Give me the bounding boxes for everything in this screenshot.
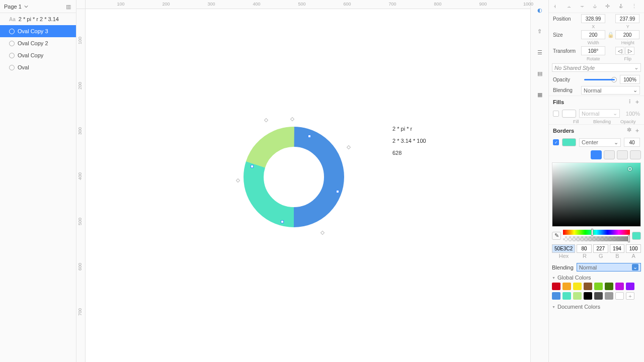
radial-gradient-tab[interactable]: [617, 150, 628, 159]
position-label: Position: [553, 16, 579, 22]
layer-item[interactable]: Oval Copy 2: [0, 37, 76, 49]
r-input[interactable]: [577, 244, 592, 253]
color-swatch[interactable]: [562, 292, 571, 300]
donut-shape[interactable]: [237, 121, 350, 233]
borders-settings-icon[interactable]: ✲: [627, 127, 631, 134]
color-swatch[interactable]: [594, 283, 603, 290]
layer-item[interactable]: Aa2 * pi * r 2 * 3.14: [0, 13, 76, 25]
a-input[interactable]: [626, 244, 641, 253]
color-swatch[interactable]: [573, 292, 582, 300]
appearance-tab-icon[interactable]: ◐: [535, 5, 545, 15]
layer-name: 2 * pi * r 2 * 3.14: [19, 16, 59, 22]
color-swatch[interactable]: [584, 292, 592, 300]
alignment-row: ⫞ ⫠ ⫟ ⫝ ✛ ⫝̸ ⋮: [549, 0, 644, 13]
oval-layer-icon: [9, 65, 15, 70]
border-thickness-input[interactable]: [624, 138, 640, 147]
ruler-vertical: 100200300400500600700: [76, 9, 86, 362]
color-swatch[interactable]: [552, 292, 560, 300]
export-tab-icon[interactable]: ⇧: [535, 26, 545, 36]
align-center-h-icon[interactable]: ⫠: [567, 3, 575, 10]
page-selector[interactable]: Page 1 ▥: [0, 0, 76, 13]
layer-name: Oval Copy 2: [18, 40, 48, 46]
size-label: Size: [553, 32, 579, 38]
blending-label: Blending: [553, 87, 579, 93]
layout-tab-icon[interactable]: ▤: [535, 68, 545, 78]
distribute-icon[interactable]: ⋮: [631, 3, 639, 10]
linear-gradient-tab[interactable]: [604, 150, 615, 159]
saturation-value-field[interactable]: [552, 162, 641, 227]
fills-settings-icon[interactable]: ⫶: [628, 98, 631, 106]
current-color-preview: [632, 232, 641, 240]
color-swatch[interactable]: [562, 283, 571, 290]
color-swatch[interactable]: [615, 292, 624, 300]
add-fill-icon[interactable]: ＋: [634, 98, 640, 106]
shared-style-select[interactable]: No Shared Style⌄: [552, 63, 641, 72]
flip-horizontal-icon[interactable]: ◁: [615, 47, 624, 55]
canvas-text[interactable]: 2 * pi * r 2 * 3.14 * 100 628: [392, 123, 426, 159]
opacity-input[interactable]: [620, 75, 640, 84]
align-top-icon[interactable]: ⫝: [592, 3, 600, 10]
border-position-select[interactable]: Center⌄: [579, 138, 621, 147]
layers-toggle-icon[interactable]: ▥: [66, 4, 72, 10]
canvas-area[interactable]: 1002003004005006007008009001000 10020030…: [76, 0, 530, 362]
oval-layer-icon: [9, 41, 15, 46]
color-swatch[interactable]: [605, 292, 613, 300]
fill-blending-select[interactable]: Normal⌄: [579, 109, 620, 118]
inspector: ⫞ ⫠ ⫟ ⫝ ✛ ⫝̸ ⋮ Position XY Size 🔒 WidthH…: [548, 0, 644, 362]
color-swatch[interactable]: [573, 283, 582, 290]
document-colors-header[interactable]: Document Colors: [552, 304, 641, 310]
fills-header: Fills: [553, 99, 564, 105]
color-swatch[interactable]: [626, 283, 634, 290]
flip-vertical-icon[interactable]: ▷: [625, 47, 634, 55]
layers-panel: Page 1 ▥ Aa2 * pi * r 2 * 3.14Oval Copy …: [0, 0, 76, 362]
add-swatch-icon[interactable]: +: [626, 292, 634, 300]
transform-label: Transform: [553, 48, 579, 54]
eyedropper-icon[interactable]: ✎: [552, 232, 561, 240]
layer-name: Oval Copy: [18, 52, 43, 58]
position-y-input[interactable]: [615, 14, 639, 23]
hex-input[interactable]: [552, 244, 575, 253]
align-tab-icon[interactable]: ☰: [535, 47, 545, 57]
layer-item[interactable]: Oval: [0, 61, 76, 73]
text-layer-icon: Aa: [9, 17, 16, 22]
color-swatch[interactable]: [594, 292, 603, 300]
align-bottom-icon[interactable]: ⫝̸: [618, 3, 626, 10]
solid-fill-tab[interactable]: [591, 150, 602, 159]
height-input[interactable]: [615, 30, 639, 39]
rotate-input[interactable]: [581, 46, 605, 55]
picker-blending-select[interactable]: Normal⌄: [577, 263, 641, 272]
borders-header: Borders: [553, 128, 574, 134]
lock-aspect-icon[interactable]: 🔒: [607, 32, 613, 38]
g-input[interactable]: [593, 244, 608, 253]
align-right-icon[interactable]: ⫟: [580, 3, 588, 10]
color-swatch[interactable]: [615, 283, 624, 290]
opacity-slider[interactable]: [584, 79, 615, 80]
blending-select[interactable]: Normal⌄: [581, 86, 640, 95]
color-swatch[interactable]: [584, 283, 592, 290]
pattern-fill-tab[interactable]: [630, 150, 641, 159]
color-swatch[interactable]: [605, 283, 613, 290]
layer-item[interactable]: Oval Copy 3: [0, 25, 76, 37]
align-left-icon[interactable]: ⫞: [553, 3, 561, 10]
layer-name: Oval Copy 3: [18, 28, 48, 34]
b-input[interactable]: [610, 244, 625, 253]
add-border-icon[interactable]: ＋: [634, 127, 640, 134]
global-colors-header[interactable]: Global Colors: [552, 275, 641, 281]
fill-enable-checkbox[interactable]: [553, 111, 559, 117]
ruler-horizontal: 1002003004005006007008009001000: [86, 0, 530, 9]
opacity-label: Opacity: [553, 77, 579, 82]
color-swatch[interactable]: [552, 283, 560, 290]
global-color-swatches: +: [552, 283, 641, 300]
fill-color-swatch[interactable]: [562, 110, 576, 118]
color-picker: ✎ Hex RGBA Blending Normal⌄: [549, 148, 644, 314]
oval-layer-icon: [9, 53, 15, 58]
alpha-slider[interactable]: [563, 236, 630, 241]
width-input[interactable]: [581, 30, 605, 39]
position-x-input[interactable]: [581, 14, 605, 23]
hue-slider[interactable]: [563, 230, 630, 235]
layer-item[interactable]: Oval Copy: [0, 49, 76, 61]
grid-tab-icon[interactable]: ▦: [535, 89, 545, 100]
border-color-swatch[interactable]: [562, 138, 576, 146]
border-enable-checkbox[interactable]: [553, 139, 559, 145]
align-middle-icon[interactable]: ✛: [605, 3, 613, 10]
